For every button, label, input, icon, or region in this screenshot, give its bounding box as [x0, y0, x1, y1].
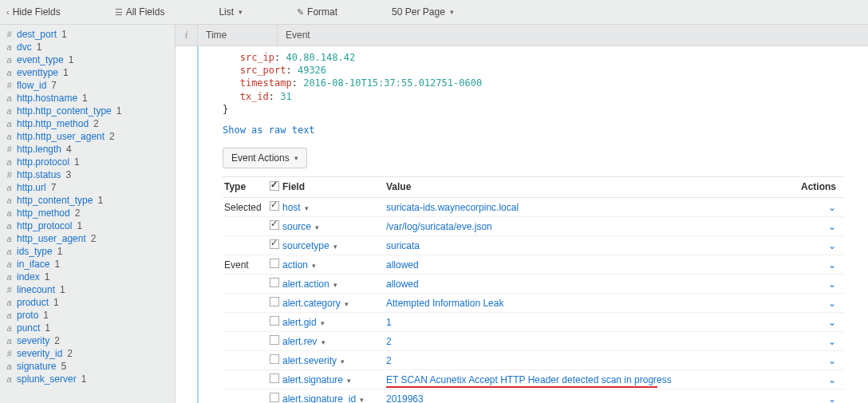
chevron-down-icon[interactable]: ⌄ — [828, 298, 836, 309]
format-dropdown[interactable]: ✎ Format — [297, 6, 337, 18]
chevron-down-icon[interactable]: ⌄ — [828, 279, 836, 290]
field-name[interactable]: in_iface — [17, 259, 49, 270]
chevron-down-icon[interactable]: ⌄ — [828, 221, 836, 232]
row-checkbox[interactable] — [266, 373, 282, 385]
field-flow_id[interactable]: #flow_id7 — [5, 79, 175, 92]
row-field[interactable]: alert.category ▾ — [282, 298, 386, 309]
field-http.length[interactable]: #http.length4 — [5, 143, 175, 156]
chevron-down-icon[interactable]: ⌄ — [828, 259, 836, 271]
row-field[interactable]: sourcetype ▾ — [282, 240, 386, 251]
row-field[interactable]: host ▾ — [282, 202, 386, 213]
chevron-down-icon[interactable]: ⌄ — [828, 240, 836, 251]
field-http_protocol[interactable]: ahttp_protocol1 — [5, 219, 175, 232]
field-dvc[interactable]: advc1 — [5, 41, 175, 53]
field-name[interactable]: flow_id — [17, 80, 46, 91]
row-field[interactable]: alert.signature ▾ — [282, 374, 386, 385]
field-http_method[interactable]: ahttp_method2 — [5, 207, 175, 219]
row-field[interactable]: alert.rev ▾ — [282, 336, 386, 347]
row-checkbox[interactable] — [266, 335, 282, 347]
event-actions-button[interactable]: Event Actions ▾ — [223, 148, 307, 168]
row-value[interactable]: allowed — [386, 259, 796, 271]
row-checkbox[interactable] — [266, 239, 282, 251]
row-field[interactable]: alert.severity ▾ — [282, 355, 386, 366]
row-value[interactable]: suricata-ids.waynecorpinc.local — [386, 202, 796, 213]
field-name[interactable]: http.http_method — [17, 118, 89, 129]
chevron-down-icon[interactable]: ⌄ — [828, 317, 836, 328]
field-ids_type[interactable]: aids_type1 — [5, 245, 175, 258]
field-punct[interactable]: apunct1 — [5, 322, 175, 334]
field-signature[interactable]: asignature5 — [5, 360, 175, 373]
field-http.status[interactable]: #http.status3 — [5, 168, 175, 181]
row-field[interactable]: alert.gid ▾ — [282, 317, 386, 328]
row-checkbox[interactable] — [266, 278, 282, 290]
row-checkbox[interactable] — [266, 354, 282, 366]
field-name[interactable]: dest_port — [17, 29, 57, 40]
field-proto[interactable]: aproto1 — [5, 309, 175, 322]
field-name[interactable]: http_user_agent — [17, 233, 86, 244]
field-name[interactable]: index — [17, 271, 40, 282]
field-dest_port[interactable]: #dest_port1 — [5, 28, 175, 41]
field-event_type[interactable]: aevent_type1 — [5, 53, 175, 66]
row-value[interactable]: allowed — [386, 279, 796, 290]
row-checkbox[interactable] — [266, 393, 282, 403]
field-name[interactable]: ids_type — [17, 246, 53, 257]
row-value[interactable]: ET SCAN Acunetix Accept HTTP Header dete… — [386, 374, 796, 385]
field-splunk_server[interactable]: asplunk_server1 — [5, 373, 175, 385]
field-in_iface[interactable]: ain_iface1 — [5, 258, 175, 271]
row-value[interactable]: Attempted Information Leak — [386, 298, 796, 309]
field-http.hostname[interactable]: ahttp.hostname1 — [5, 92, 175, 105]
field-http.protocol[interactable]: ahttp.protocol1 — [5, 156, 175, 168]
row-value[interactable]: suricata — [386, 240, 796, 251]
chevron-down-icon[interactable]: ⌄ — [828, 336, 836, 347]
row-field[interactable]: alert.signature_id ▾ — [282, 393, 386, 403]
th-check[interactable] — [266, 181, 282, 193]
row-field[interactable]: source ▾ — [282, 221, 386, 232]
field-name[interactable]: http_protocol — [17, 220, 72, 231]
show-raw-link[interactable]: Show as raw text — [223, 124, 315, 136]
field-linecount[interactable]: #linecount1 — [5, 283, 175, 296]
field-name[interactable]: eventtype — [17, 67, 58, 78]
field-http.url[interactable]: ahttp.url7 — [5, 181, 175, 194]
field-http.http_method[interactable]: ahttp.http_method2 — [5, 117, 175, 130]
row-checkbox[interactable] — [266, 201, 282, 213]
field-severity[interactable]: aseverity2 — [5, 334, 175, 347]
chevron-down-icon[interactable]: ⌄ — [828, 393, 836, 403]
chevron-down-icon[interactable]: ⌄ — [828, 202, 836, 213]
row-value[interactable]: 2 — [386, 336, 796, 347]
field-name[interactable]: http.protocol — [17, 156, 69, 168]
row-value[interactable]: /var/log/suricata/eve.json — [386, 221, 796, 232]
field-name[interactable]: http.http_content_type — [17, 105, 112, 117]
field-name[interactable]: proto — [17, 310, 38, 321]
row-field[interactable]: alert.action ▾ — [282, 279, 386, 290]
field-name[interactable]: splunk_server — [17, 373, 77, 385]
field-product[interactable]: aproduct1 — [5, 296, 175, 309]
row-checkbox[interactable] — [266, 316, 282, 328]
field-http_user_agent[interactable]: ahttp_user_agent2 — [5, 232, 175, 245]
field-http_content_type[interactable]: ahttp_content_type1 — [5, 194, 175, 207]
field-http.http_user_agent[interactable]: ahttp.http_user_agent2 — [5, 130, 175, 143]
field-name[interactable]: http_method — [17, 207, 70, 219]
row-checkbox[interactable] — [266, 297, 282, 309]
field-name[interactable]: dvc — [17, 41, 32, 53]
row-checkbox[interactable] — [266, 220, 282, 232]
hide-fields-button[interactable]: ‹ Hide Fields — [6, 6, 61, 18]
field-name[interactable]: severity_id — [17, 348, 62, 359]
row-field[interactable]: action ▾ — [282, 259, 386, 271]
all-fields-button[interactable]: ☰ All Fields — [115, 6, 165, 18]
field-name[interactable]: http.http_user_agent — [17, 131, 105, 142]
field-eventtype[interactable]: aeventtype1 — [5, 66, 175, 79]
field-name[interactable]: punct — [17, 322, 40, 334]
row-checkbox[interactable] — [266, 259, 282, 271]
field-name[interactable]: event_type — [17, 54, 64, 65]
chevron-down-icon[interactable]: ⌄ — [828, 355, 836, 366]
field-name[interactable]: linecount — [17, 284, 55, 295]
field-name[interactable]: signature — [17, 361, 56, 372]
field-http.http_content_type[interactable]: ahttp.http_content_type1 — [5, 105, 175, 117]
list-dropdown[interactable]: List ▾ — [219, 6, 243, 18]
field-name[interactable]: http_content_type — [17, 195, 93, 206]
row-value[interactable]: 1 — [386, 317, 796, 328]
per-page-dropdown[interactable]: 50 Per Page ▾ — [392, 6, 454, 18]
row-value[interactable]: 2019963 — [386, 393, 796, 403]
field-name[interactable]: http.status — [17, 169, 61, 180]
field-name[interactable]: http.hostname — [17, 93, 77, 104]
